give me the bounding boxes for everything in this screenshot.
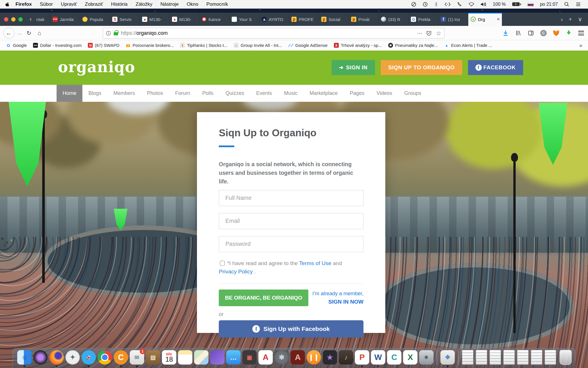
nav-item-marketplace[interactable]: Marketplace <box>303 85 344 102</box>
bookmark-item[interactable]: ▲Econ Alerts | Trade ... <box>441 43 495 48</box>
url-bar[interactable]: https://organiqo.com ⋯ ☆ <box>103 28 444 39</box>
menu-item-zalozky[interactable]: Záložky <box>132 0 156 9</box>
metamask-fox-icon[interactable] <box>553 30 559 36</box>
menu-item-firefox[interactable]: Firefox <box>12 0 35 9</box>
nav-item-videos[interactable]: Videos <box>370 85 398 102</box>
nav-item-polls[interactable]: Polls <box>196 85 219 102</box>
bookmark-item[interactable]: tTipRanks | Stocks t... <box>177 43 231 48</box>
all-tabs-menu-icon[interactable]: ∨ <box>576 16 585 23</box>
minimized-window-thumbnail[interactable] <box>476 350 487 365</box>
scroll-tabs-left-icon[interactable]: ‹ <box>27 13 34 26</box>
bookmark-star-icon[interactable]: ☆ <box>436 30 441 37</box>
dock-safari-icon[interactable]: ➤ <box>82 350 96 365</box>
email-field[interactable] <box>219 213 363 229</box>
bluetooth-icon[interactable] <box>432 0 441 9</box>
full-name-field[interactable] <box>219 190 363 206</box>
nav-item-home[interactable]: Home <box>57 85 82 102</box>
dock-notes-icon[interactable] <box>178 350 192 365</box>
menu-item-nastroje[interactable]: Nástroje <box>157 0 182 9</box>
browser-tab[interactable]: pPrivát <box>349 13 378 26</box>
agree-checkbox[interactable] <box>220 261 225 266</box>
spotlight-search-icon[interactable] <box>562 0 572 9</box>
browser-tab-active[interactable]: oOrg× <box>468 13 502 26</box>
menu-item-historia[interactable]: História <box>108 0 131 9</box>
dock-cryptotab-icon[interactable]: C <box>114 350 128 365</box>
menu-item-zobrazit[interactable]: Zobraziť <box>82 0 107 9</box>
browser-tab[interactable]: Popula <box>80 13 110 26</box>
browser-tab[interactable]: Kance <box>199 13 229 26</box>
minimized-window-thumbnail[interactable] <box>517 350 529 365</box>
dock-photos-preview-icon[interactable]: ❖ <box>440 350 455 365</box>
dock-calendar-icon[interactable]: BŘE18 <box>162 350 176 365</box>
bookmark-item[interactable]: N(67) SWAPD <box>85 43 122 48</box>
dock-contacts-icon[interactable]: ▤ <box>146 350 160 365</box>
page-actions-icon[interactable]: ⋯ <box>417 30 423 37</box>
nav-item-forum[interactable]: Forum <box>169 85 196 102</box>
reload-button[interactable]: ↻ <box>24 30 34 37</box>
url-text[interactable]: https://organiqo.com <box>121 30 168 36</box>
minimize-window-button[interactable] <box>11 17 16 22</box>
dock-messages-icon[interactable]: … <box>226 350 241 365</box>
bookmark-item[interactable]: Pneumatiky za Najle... <box>385 43 441 48</box>
dock-remote-desktop-icon[interactable]: ✴ <box>419 350 434 365</box>
menu-bar-clock[interactable]: po 21:07 <box>537 0 560 9</box>
minimized-window-thumbnail[interactable] <box>531 350 542 365</box>
dock-imovie-icon[interactable]: ★ <box>323 350 337 365</box>
browser-tab[interactable]: pSocial <box>319 13 349 26</box>
dock-notebooks-icon[interactable] <box>210 350 225 365</box>
browser-tab[interactable]: aAYRTO <box>259 13 289 26</box>
menu-item-pomocnik[interactable]: Pomocník <box>203 0 232 9</box>
nav-item-music[interactable]: Music <box>278 85 303 102</box>
browser-tab[interactable]: GPrekla <box>408 13 438 26</box>
focus-mode-icon[interactable] <box>409 0 419 9</box>
menu-item-upravit[interactable]: Upraviť <box>57 0 80 9</box>
phone-icon[interactable] <box>454 0 465 9</box>
menu-item-okno[interactable]: Okno <box>183 0 202 9</box>
wifi-icon[interactable] <box>466 0 477 9</box>
dock-finder-icon[interactable]: ☺ <box>17 350 32 365</box>
zoom-window-button[interactable] <box>18 17 23 22</box>
dock-siri-icon[interactable] <box>33 350 48 365</box>
sign-in-button[interactable]: ➜SIGN IN <box>332 60 375 75</box>
close-tab-icon[interactable]: × <box>497 16 500 22</box>
notification-center-icon[interactable] <box>573 0 583 9</box>
dock-maps-icon[interactable] <box>194 350 208 365</box>
nav-item-members[interactable]: Members <box>107 85 141 102</box>
apple-menu-icon[interactable] <box>5 2 10 7</box>
dock-mail-icon[interactable]: ✉1 <box>130 350 144 365</box>
bookmark-item[interactable]: GGoogle <box>3 43 30 48</box>
minimized-window-thumbnail[interactable] <box>503 350 515 365</box>
video-download-helper-icon[interactable] <box>566 30 572 36</box>
browser-tab[interactable]: ntak <box>34 13 50 26</box>
menu-item-subor[interactable]: Súbor <box>36 0 56 9</box>
browser-tab[interactable]: f(1) Inz <box>438 13 468 26</box>
terms-of-use-link[interactable]: Terms of Use <box>299 260 331 266</box>
browser-tab[interactable]: (33) R <box>378 13 408 26</box>
dock-photo-booth-icon[interactable]: ▣ <box>242 350 257 365</box>
site-info-icon[interactable] <box>106 31 111 36</box>
bookmark-item[interactable]: XTrhové analýzy - sp... <box>331 43 385 48</box>
dock-acrobat-icon[interactable]: A <box>258 350 273 365</box>
battery-icon[interactable]: ϟ <box>510 0 524 9</box>
dock-ibooks-icon[interactable]: ❙❙ <box>307 350 321 365</box>
pocket-shield-icon[interactable] <box>426 30 432 36</box>
nav-item-groups[interactable]: Groups <box>398 85 427 102</box>
minimized-window-thumbnail[interactable] <box>545 350 556 365</box>
nav-item-quizzes[interactable]: Quizzes <box>219 85 250 102</box>
library-icon[interactable] <box>515 30 521 36</box>
browser-tab[interactable]: pPROFE <box>289 13 319 26</box>
https-lock-icon[interactable] <box>114 32 118 35</box>
dock-garageband-icon[interactable]: ♪ <box>339 350 353 365</box>
back-button[interactable]: ← <box>3 28 14 39</box>
new-tab-button[interactable]: + <box>566 16 574 23</box>
home-button[interactable]: ⌂ <box>34 30 45 37</box>
browser-tab[interactable]: ▲M130- <box>140 13 169 26</box>
facebook-header-button[interactable]: fFACEBOOK <box>468 60 523 75</box>
nav-item-events[interactable]: Events <box>250 85 278 102</box>
browser-tab[interactable]: SServis <box>110 13 140 26</box>
minimized-window-thumbnail[interactable] <box>490 350 501 365</box>
downloads-icon[interactable] <box>502 30 509 36</box>
language-flag-icon[interactable] <box>525 0 536 9</box>
nav-item-pages[interactable]: Pages <box>344 85 370 102</box>
privacy-policy-link[interactable]: Privacy Policy <box>219 269 253 275</box>
